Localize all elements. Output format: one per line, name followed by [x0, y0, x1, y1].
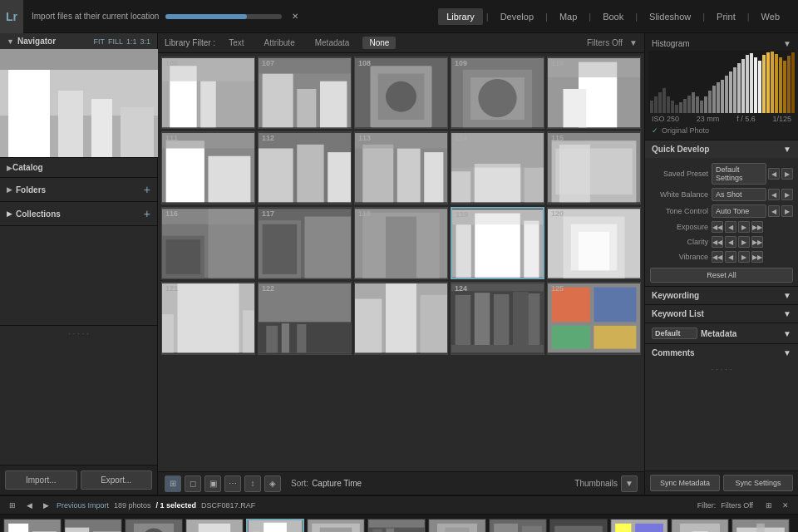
- filter-off-label[interactable]: Filters Off: [587, 38, 623, 47]
- view-grid-btn[interactable]: ⊞: [165, 475, 181, 492]
- sort-icon-btn[interactable]: ↕: [244, 475, 261, 492]
- film-thumb-2[interactable]: [64, 519, 122, 533]
- photo-cell-125[interactable]: 125: [547, 282, 641, 354]
- saved-preset-left-btn[interactable]: ◀: [768, 168, 780, 180]
- import-button[interactable]: Import...: [5, 470, 77, 490]
- photo-cell-123[interactable]: 123: [354, 282, 448, 354]
- photo-cell-106[interactable]: 106: [161, 57, 255, 129]
- export-button[interactable]: Export...: [81, 470, 153, 490]
- tab-print[interactable]: Print: [708, 8, 744, 25]
- tab-library[interactable]: Library: [438, 8, 483, 25]
- photo-cell-114[interactable]: 114: [451, 131, 544, 204]
- film-thumb-5[interactable]: [246, 519, 304, 533]
- sort-value[interactable]: Capture Time: [312, 479, 362, 488]
- clarity-minus[interactable]: ◀: [725, 236, 736, 248]
- metadata-expand[interactable]: ▼: [783, 329, 791, 338]
- sync-settings-btn[interactable]: Sync Settings: [723, 475, 793, 491]
- thumbnails-size-btn[interactable]: ▼: [621, 475, 638, 492]
- thumbnails-label[interactable]: Thumbnails: [574, 479, 618, 488]
- filter-metadata[interactable]: Metadata: [308, 37, 357, 49]
- film-thumb-12[interactable]: [671, 519, 729, 533]
- film-thumb-1[interactable]: [3, 519, 62, 533]
- view-loupe-btn[interactable]: ◻: [185, 475, 201, 492]
- exposure-plus[interactable]: ▶: [738, 221, 750, 233]
- photo-cell-110[interactable]: 110: [547, 57, 641, 129]
- comments-section[interactable]: Comments ▼: [645, 343, 798, 362]
- film-thumb-8[interactable]: [428, 519, 486, 533]
- previous-import-label[interactable]: Previous Import: [57, 501, 109, 510]
- keyword-list-expand[interactable]: ▼: [783, 309, 791, 318]
- metadata-dropdown[interactable]: Default: [652, 328, 697, 339]
- tone-right-btn[interactable]: ▶: [781, 205, 793, 217]
- tab-book[interactable]: Book: [594, 8, 632, 25]
- photo-cell-124[interactable]: 124: [451, 282, 544, 354]
- filmstrip-next-btn[interactable]: ▶: [40, 500, 52, 511]
- exposure-minus[interactable]: ◀: [725, 221, 736, 233]
- photo-cell-112[interactable]: 112: [258, 131, 352, 204]
- film-thumb-4[interactable]: [185, 519, 244, 533]
- tab-web[interactable]: Web: [753, 8, 788, 25]
- tone-left-btn[interactable]: ◀: [768, 205, 780, 217]
- vibrance-minus[interactable]: ◀: [725, 251, 736, 263]
- view-survey-btn[interactable]: ⋯: [224, 475, 241, 492]
- vibrance-plus[interactable]: ▶: [738, 251, 750, 263]
- photo-cell-117[interactable]: 117: [258, 207, 352, 280]
- film-thumb-7[interactable]: [367, 519, 426, 533]
- filter-text[interactable]: Text: [222, 37, 250, 49]
- auto-tone-dropdown[interactable]: Auto Tone: [712, 204, 766, 218]
- filter-icon-btn[interactable]: ◈: [264, 475, 281, 492]
- quick-develop-expand[interactable]: ▼: [783, 145, 791, 154]
- filter-expand-btn[interactable]: ▼: [629, 38, 638, 47]
- close-import-button[interactable]: ✕: [292, 12, 298, 21]
- photo-cell-121[interactable]: 121: [161, 282, 255, 354]
- navigator-header[interactable]: Navigator FIT FILL 1:1 3:1: [0, 33, 157, 49]
- exposure-dbl-plus[interactable]: ▶▶: [751, 221, 763, 233]
- keyword-list-section[interactable]: Keyword List ▼: [645, 304, 798, 323]
- zoom-fill[interactable]: FILL: [108, 37, 123, 46]
- zoom-3-1[interactable]: 3:1: [140, 37, 150, 46]
- vibrance-dbl-minus[interactable]: ◀◀: [712, 251, 723, 263]
- clarity-dbl-plus[interactable]: ▶▶: [751, 236, 763, 248]
- keywording-expand[interactable]: ▼: [783, 291, 791, 300]
- reset-all-btn[interactable]: Reset All: [650, 268, 793, 283]
- photo-cell-111[interactable]: 111: [161, 131, 255, 204]
- photo-cell-116[interactable]: 116: [161, 207, 255, 280]
- keywording-section[interactable]: Keywording ▼: [645, 286, 798, 304]
- film-thumb-11[interactable]: [610, 519, 668, 533]
- quick-develop-header[interactable]: Quick Develop ▼: [645, 140, 798, 158]
- folders-add-btn[interactable]: +: [144, 183, 150, 196]
- tab-map[interactable]: Map: [551, 8, 585, 25]
- metadata-section[interactable]: Default Metadata ▼: [645, 323, 798, 343]
- collections-header[interactable]: Collections +: [0, 202, 157, 226]
- white-balance-dropdown[interactable]: As Shot: [712, 188, 766, 201]
- photo-cell-113[interactable]: 113: [354, 131, 448, 204]
- comments-expand[interactable]: ▼: [783, 348, 791, 357]
- catalog-header[interactable]: Catalog: [0, 158, 157, 177]
- photo-cell-122[interactable]: 122: [258, 282, 352, 354]
- photo-cell-118[interactable]: 118: [354, 207, 448, 280]
- white-balance-left-btn[interactable]: ◀: [768, 189, 780, 200]
- tab-develop[interactable]: Develop: [492, 8, 542, 25]
- sync-metadata-btn[interactable]: Sync Metadata: [650, 475, 720, 491]
- clarity-dbl-minus[interactable]: ◀◀: [712, 236, 723, 248]
- film-thumb-13[interactable]: [732, 519, 790, 533]
- filmstrip-expand-btn[interactable]: ⊞: [763, 500, 775, 511]
- photo-cell-109[interactable]: 109: [451, 57, 544, 129]
- filmstrip-grid-btn[interactable]: ⊞: [7, 500, 18, 511]
- saved-preset-right-btn[interactable]: ▶: [781, 168, 793, 180]
- view-compare-btn[interactable]: ▣: [204, 475, 221, 492]
- collections-add-btn[interactable]: +: [144, 207, 150, 220]
- photo-cell-115[interactable]: 115: [547, 131, 641, 204]
- photo-cell-108[interactable]: 108: [354, 57, 448, 129]
- photo-cell-120[interactable]: 120: [547, 207, 641, 280]
- white-balance-right-btn[interactable]: ▶: [781, 189, 793, 200]
- vibrance-dbl-plus[interactable]: ▶▶: [751, 251, 763, 263]
- zoom-fit[interactable]: FIT: [93, 37, 105, 46]
- filmstrip-close-btn[interactable]: ✕: [780, 500, 791, 511]
- histogram-expand[interactable]: ▼: [783, 39, 791, 48]
- filter-attribute[interactable]: Attribute: [257, 37, 301, 49]
- exposure-dbl-minus[interactable]: ◀◀: [712, 221, 723, 233]
- saved-preset-dropdown[interactable]: Default Settings: [712, 163, 766, 185]
- film-thumb-9[interactable]: [489, 519, 547, 533]
- clarity-plus[interactable]: ▶: [738, 236, 750, 248]
